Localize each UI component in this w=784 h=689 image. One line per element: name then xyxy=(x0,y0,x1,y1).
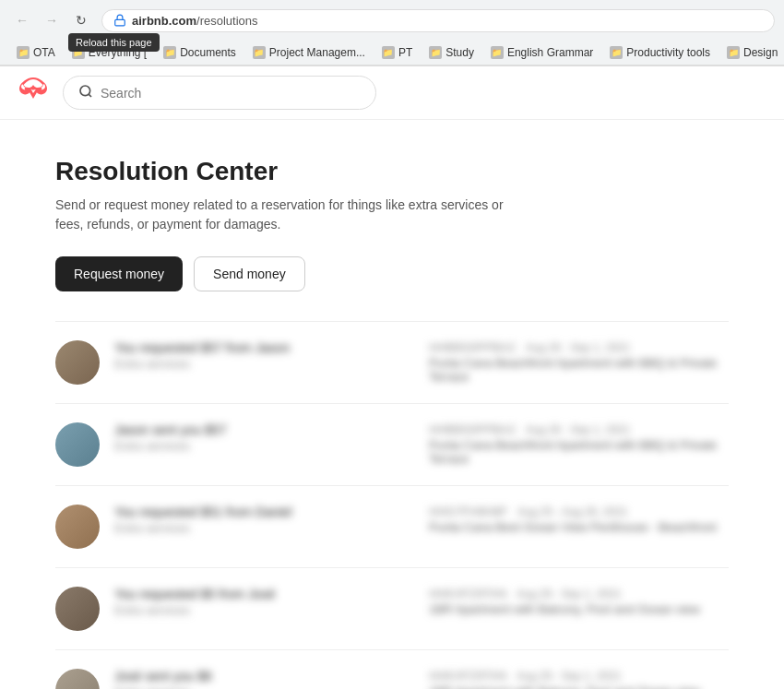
main-content: Resolution Center Send or request money … xyxy=(0,120,784,689)
transaction-meta: HHG7FH8H8F Aug 25 - Aug 26, 2021 Punta C… xyxy=(429,505,729,534)
bookmark-documents-label: Documents xyxy=(180,46,236,59)
transaction-row[interactable]: José sent you $6 Extra services HHKXFZ9T… xyxy=(55,650,729,689)
avatar xyxy=(55,587,100,631)
bookmark-pt-label: PT xyxy=(398,46,412,59)
action-buttons: Request money Send money xyxy=(55,256,729,291)
transaction-subtitle: Extra services xyxy=(114,439,414,453)
bookmark-productivity[interactable]: 📁 Productivity tools xyxy=(602,44,718,61)
transaction-info: You requested $51 from Daniel Extra serv… xyxy=(114,505,414,535)
transaction-meta: HHBBS0PPBA2 Aug 26 - Sep 1, 2021 Punta C… xyxy=(429,340,729,384)
browser-chrome: ← → ↻ Reload this page airbnb.com/resolu… xyxy=(0,0,784,66)
transaction-code: HHKXFZ9TAN Aug 29 - Sep 1, 2021 xyxy=(429,587,729,600)
code-text: HHBBS0PPBA2 xyxy=(429,340,516,354)
transaction-property: 1BR Apartment with Balcony, Pool and Oce… xyxy=(429,602,729,616)
transaction-row[interactable]: Jason sent you $57 Extra services HHBBS0… xyxy=(55,404,729,486)
bookmark-folder-icon: 📁 xyxy=(491,46,504,59)
transaction-row[interactable]: You requested $5 from José Extra service… xyxy=(55,568,729,650)
transaction-dates: Aug 29 - Sep 1, 2021 xyxy=(517,670,621,683)
bookmark-ota[interactable]: 📁 OTA xyxy=(9,44,63,61)
transaction-meta: HHKXFZ9TAN Aug 29 - Sep 1, 2021 1BR Apar… xyxy=(429,669,729,689)
app-header: Search xyxy=(0,66,784,120)
send-money-button[interactable]: Send money xyxy=(194,256,305,291)
address-domain: airbnb.com/resolutions xyxy=(132,14,258,28)
forward-button[interactable]: → xyxy=(39,7,65,33)
avatar xyxy=(55,505,100,549)
transaction-title: You requested $57 from Jason xyxy=(114,340,414,355)
bookmark-study-label: Study xyxy=(445,46,474,59)
bookmark-project[interactable]: 📁 Project Managem... xyxy=(245,44,373,61)
transaction-info: You requested $5 from José Extra service… xyxy=(114,587,414,617)
avatar xyxy=(55,340,100,385)
transaction-code: HHG7FH8H8F Aug 25 - Aug 26, 2021 xyxy=(429,505,729,518)
bookmark-folder-icon: 📁 xyxy=(610,46,623,59)
bookmark-documents[interactable]: 📁 Documents xyxy=(156,44,244,61)
address-bar[interactable]: airbnb.com/resolutions xyxy=(101,9,775,32)
request-money-button[interactable]: Request money xyxy=(55,256,183,291)
transaction-property: 1BR Apartment with Balcony, Pool and Oce… xyxy=(429,684,729,689)
search-icon xyxy=(78,84,93,101)
reload-button[interactable]: ↻ xyxy=(68,7,94,33)
transaction-info: José sent you $6 Extra services xyxy=(114,669,414,689)
bookmark-folder-icon: 📁 xyxy=(253,46,266,59)
avatar xyxy=(55,669,100,689)
search-bar[interactable]: Search xyxy=(63,76,376,110)
search-placeholder: Search xyxy=(101,86,141,101)
code-text: HHBBS0PPBA2 xyxy=(429,422,516,436)
transaction-title: Jason sent you $57 xyxy=(114,422,414,437)
bookmark-ota-label: OTA xyxy=(33,46,55,59)
bookmark-english[interactable]: 📁 English Grammar xyxy=(483,44,600,61)
page-title: Resolution Center xyxy=(55,157,729,186)
transaction-subtitle: Extra services xyxy=(114,521,414,535)
page-subtitle: Send or request money related to a reser… xyxy=(55,196,517,234)
transaction-subtitle: Extra services xyxy=(114,685,414,689)
transaction-code: HHBBS0PPBA2 Aug 26 - Sep 1, 2021 xyxy=(429,422,729,436)
transaction-property: Punta Cana Beachfront Apartment with BBQ… xyxy=(429,356,729,384)
transaction-subtitle: Extra services xyxy=(114,603,414,617)
bookmark-design-label: Design xyxy=(743,46,778,59)
transaction-property: Punta Cana Best Ocean View Penthouse - B… xyxy=(429,520,729,534)
transaction-dates: Aug 29 - Sep 1, 2021 xyxy=(517,588,621,600)
nav-buttons: ← → ↻ Reload this page xyxy=(9,7,94,33)
code-text: HHKXFZ9TAN xyxy=(429,669,506,683)
lock-icon xyxy=(113,14,126,27)
transaction-info: You requested $57 from Jason Extra servi… xyxy=(114,340,414,371)
bookmark-project-label: Project Managem... xyxy=(269,46,365,59)
code-text: HHG7FH8H8F xyxy=(429,505,507,518)
transaction-info: Jason sent you $57 Extra services xyxy=(114,422,414,453)
svg-rect-0 xyxy=(115,19,125,25)
transaction-title: José sent you $6 xyxy=(114,669,414,683)
transaction-code: HHKXFZ9TAN Aug 29 - Sep 1, 2021 xyxy=(429,669,729,683)
transaction-meta: HHBBS0PPBA2 Aug 26 - Sep 1, 2021 Punta C… xyxy=(429,422,729,466)
transaction-dates: Aug 26 - Sep 1, 2021 xyxy=(526,341,630,354)
transaction-title: You requested $5 from José xyxy=(114,587,414,601)
avatar xyxy=(55,422,100,467)
bookmark-folder-icon: 📁 xyxy=(163,46,176,59)
transaction-row[interactable]: You requested $51 from Daniel Extra serv… xyxy=(55,486,729,568)
browser-toolbar: ← → ↻ Reload this page airbnb.com/resolu… xyxy=(0,0,784,41)
transaction-title: You requested $51 from Daniel xyxy=(114,505,414,519)
bookmark-folder-icon: 📁 xyxy=(727,46,740,59)
bookmark-pt[interactable]: 📁 PT xyxy=(374,44,420,61)
transaction-code: HHBBS0PPBA2 Aug 26 - Sep 1, 2021 xyxy=(429,340,729,354)
bookmark-study[interactable]: 📁 Study xyxy=(422,44,481,61)
transaction-dates: Aug 26 - Sep 1, 2021 xyxy=(526,423,630,436)
transaction-list: You requested $57 from Jason Extra servi… xyxy=(55,321,729,689)
transaction-meta: HHKXFZ9TAN Aug 29 - Sep 1, 2021 1BR Apar… xyxy=(429,587,729,616)
bookmark-folder-icon: 📁 xyxy=(429,46,442,59)
airbnb-logo[interactable] xyxy=(18,77,48,110)
transaction-row[interactable]: You requested $57 from Jason Extra servi… xyxy=(55,322,729,404)
svg-line-2 xyxy=(89,94,91,97)
bookmark-productivity-label: Productivity tools xyxy=(626,46,710,59)
transaction-property: Punta Cana Beachfront Apartment with BBQ… xyxy=(429,438,729,466)
code-text: HHKXFZ9TAN xyxy=(429,587,506,600)
transaction-subtitle: Extra services xyxy=(114,357,414,371)
reload-tooltip: Reload this page xyxy=(68,33,160,52)
transaction-dates: Aug 25 - Aug 26, 2021 xyxy=(517,505,627,518)
bookmark-design[interactable]: 📁 Design xyxy=(719,44,784,61)
bookmark-folder-icon: 📁 xyxy=(382,46,395,59)
bookmark-english-label: English Grammar xyxy=(507,46,593,59)
bookmark-folder-icon: 📁 xyxy=(17,46,30,59)
back-button[interactable]: ← xyxy=(9,7,35,33)
svg-point-1 xyxy=(80,86,90,96)
